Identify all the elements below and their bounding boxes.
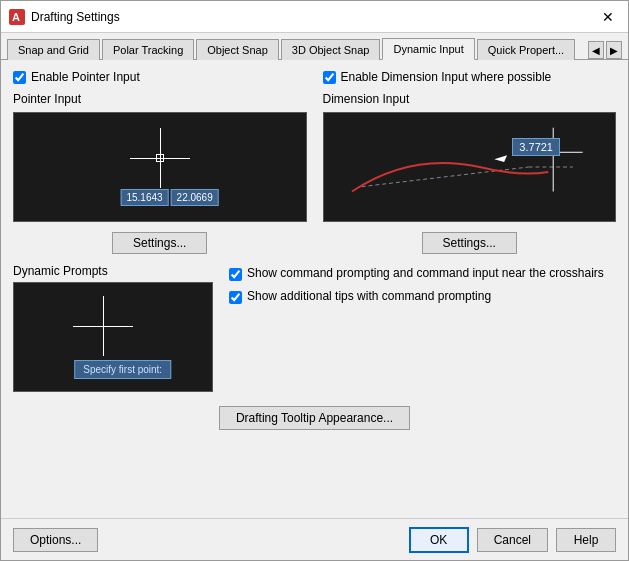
tab-snap-and-grid[interactable]: Snap and Grid: [7, 39, 100, 60]
tab-polar-tracking[interactable]: Polar Tracking: [102, 39, 194, 60]
pointer-input-section-label: Pointer Input: [13, 92, 307, 106]
coord-box: 15.1643 22.0669: [120, 189, 218, 206]
coord-y: 22.0669: [171, 189, 219, 206]
enable-pointer-input-label: Enable Pointer Input: [31, 70, 140, 84]
main-content: Enable Pointer Input Pointer Input 1: [1, 60, 628, 518]
pointer-input-section: Enable Pointer Input Pointer Input 1: [13, 70, 307, 254]
options-button[interactable]: Options...: [13, 528, 98, 552]
tab-3d-object-snap[interactable]: 3D Object Snap: [281, 39, 381, 60]
dynamic-prompts-section: Dynamic Prompts Specify first point:: [13, 262, 616, 392]
enable-dimension-input-checkbox[interactable]: [323, 71, 336, 84]
enable-pointer-input-checkbox[interactable]: [13, 71, 26, 84]
dimension-preview-svg: [324, 113, 616, 221]
enable-dimension-input-label: Enable Dimension Input where possible: [341, 70, 552, 84]
coord-x: 15.1643: [120, 189, 168, 206]
show-command-prompting-label: Show command prompting and command input…: [247, 266, 604, 280]
app-icon: A: [9, 9, 25, 25]
dimension-input-settings-button[interactable]: Settings...: [422, 232, 517, 254]
drafting-tooltip-appearance-button[interactable]: Drafting Tooltip Appearance...: [219, 406, 410, 430]
title-bar-left: A Drafting Settings: [9, 9, 120, 25]
dyn-preview-inner: Specify first point:: [14, 283, 212, 391]
dialog-title: Drafting Settings: [31, 10, 120, 24]
dyn-left: Dynamic Prompts Specify first point:: [13, 262, 213, 392]
svg-text:A: A: [12, 11, 20, 23]
tab-dynamic-input[interactable]: Dynamic Input: [382, 38, 474, 60]
tab-object-snap[interactable]: Object Snap: [196, 39, 279, 60]
help-button[interactable]: Help: [556, 528, 616, 552]
top-section: Enable Pointer Input Pointer Input 1: [13, 70, 616, 254]
show-additional-tips-row: Show additional tips with command prompt…: [229, 289, 616, 304]
tab-scroll-right[interactable]: ▶: [606, 41, 622, 59]
dynamic-prompts-preview: Specify first point:: [13, 282, 213, 392]
tabs-scroll: ◀ ▶: [588, 41, 622, 59]
enable-dimension-input-row: Enable Dimension Input where possible: [323, 70, 617, 84]
close-button[interactable]: ✕: [596, 8, 620, 26]
tabs-container: Snap and Grid Polar Tracking Object Snap…: [1, 33, 628, 60]
enable-pointer-input-row: Enable Pointer Input: [13, 70, 307, 84]
ok-button[interactable]: OK: [409, 527, 469, 553]
tab-quick-properties[interactable]: Quick Propert...: [477, 39, 575, 60]
tooltip-btn-row: Drafting Tooltip Appearance...: [13, 406, 616, 430]
pointer-input-preview: 15.1643 22.0669: [13, 112, 307, 222]
dimension-input-preview: 3.7721: [323, 112, 617, 222]
tab-scroll-left[interactable]: ◀: [588, 41, 604, 59]
svg-line-2: [361, 167, 528, 187]
title-bar: A Drafting Settings ✕: [1, 1, 628, 33]
dimension-value-box: 3.7721: [512, 138, 560, 156]
svg-marker-6: [494, 155, 507, 162]
cancel-button[interactable]: Cancel: [477, 528, 548, 552]
pointer-input-settings-button[interactable]: Settings...: [112, 232, 207, 254]
show-command-prompting-row: Show command prompting and command input…: [229, 266, 616, 281]
dialog-window: A Drafting Settings ✕ Snap and Grid Pola…: [0, 0, 629, 561]
show-additional-tips-label: Show additional tips with command prompt…: [247, 289, 491, 303]
dimension-input-section-label: Dimension Input: [323, 92, 617, 106]
footer: Options... OK Cancel Help: [1, 518, 628, 560]
show-additional-tips-checkbox[interactable]: [229, 291, 242, 304]
dyn-right: Show command prompting and command input…: [229, 262, 616, 304]
dynamic-prompts-label: Dynamic Prompts: [13, 264, 213, 278]
show-command-prompting-checkbox[interactable]: [229, 268, 242, 281]
dimension-input-section: Enable Dimension Input where possible Di…: [323, 70, 617, 254]
dyn-prompt-box: Specify first point:: [74, 360, 171, 379]
